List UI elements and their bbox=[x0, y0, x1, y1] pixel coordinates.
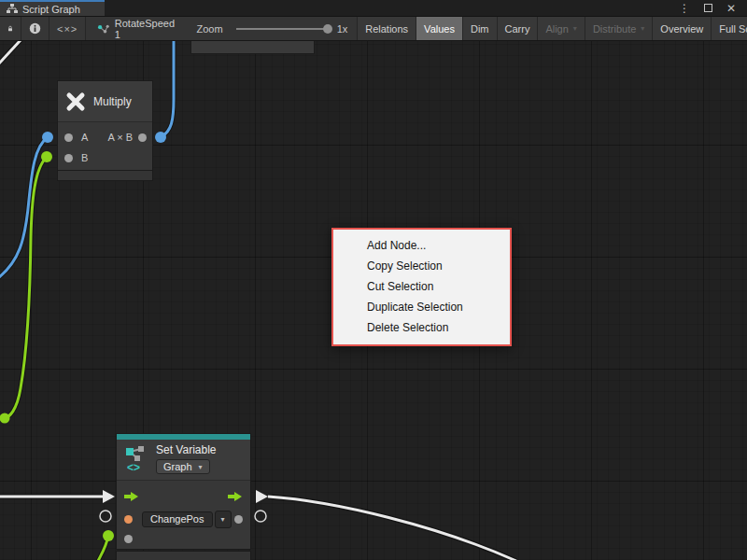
chevron-down-icon: ▾ bbox=[573, 24, 577, 33]
blue-wire-in[interactable] bbox=[0, 137, 48, 278]
multiply-node-header[interactable]: Multiply bbox=[58, 81, 152, 122]
dim-button[interactable]: Dim bbox=[462, 17, 497, 40]
variable-output-port[interactable] bbox=[234, 515, 243, 524]
multiply-x-icon bbox=[65, 91, 86, 112]
close-icon[interactable]: ✕ bbox=[726, 2, 736, 15]
zoom-slider[interactable] bbox=[236, 28, 330, 30]
breadcrumb-label: RotateSpeed 1 bbox=[115, 18, 176, 40]
variable-name-port[interactable] bbox=[124, 515, 133, 524]
kebab-menu-icon[interactable]: ⋮ bbox=[679, 2, 690, 15]
scope-dropdown[interactable]: Graph ▾ bbox=[156, 459, 210, 474]
flow-input-arrow-icon[interactable] bbox=[124, 491, 139, 502]
multiply-row-a: A A × B bbox=[58, 127, 152, 147]
multiply-node[interactable]: Multiply A A × B B bbox=[58, 81, 152, 173]
variable-row: ChangePos ▾ bbox=[117, 509, 250, 529]
info-button[interactable] bbox=[21, 17, 49, 40]
value-row bbox=[117, 529, 250, 549]
flow-arrowhead-in bbox=[103, 490, 115, 503]
distribute-label: Distribute bbox=[593, 23, 636, 35]
unconnected-port-left[interactable] bbox=[100, 511, 111, 522]
multiply-row-b: B bbox=[58, 147, 152, 168]
scope-dropdown-value: Graph bbox=[163, 461, 192, 472]
graph-tree-icon bbox=[7, 4, 18, 14]
carry-button[interactable]: Carry bbox=[497, 17, 538, 40]
menu-item-cut-selection[interactable]: Cut Selection bbox=[333, 276, 510, 297]
blue-endpoint-a[interactable] bbox=[42, 132, 53, 143]
zoom-control: Zoom 1x bbox=[188, 17, 358, 40]
set-variable-header[interactable]: <> Set Variable Graph ▾ bbox=[117, 440, 250, 481]
port-a-label: A bbox=[81, 132, 88, 143]
port-b-input[interactable] bbox=[64, 154, 73, 162]
align-button[interactable]: Align ▾ bbox=[537, 17, 584, 40]
code-brackets-icon: <×> bbox=[57, 23, 78, 35]
graph-toolbar: <×> RotateSpeed 1 Zoom 1x Relations Valu… bbox=[0, 17, 747, 41]
edit-code-button[interactable]: <×> bbox=[49, 17, 86, 40]
overview-label: Overview bbox=[660, 23, 703, 35]
relations-button[interactable]: Relations bbox=[357, 17, 416, 40]
variable-name-value: ChangePos bbox=[150, 513, 204, 525]
graph-breadcrumb-icon bbox=[97, 23, 109, 35]
multiply-node-body: A A × B B bbox=[58, 122, 152, 173]
set-variable-graph-icon: <> bbox=[124, 445, 148, 473]
values-button[interactable]: Values bbox=[416, 17, 462, 40]
variable-name-dropdown[interactable]: ChangePos bbox=[142, 511, 213, 527]
maximize-icon[interactable] bbox=[704, 4, 712, 12]
set-variable-footer bbox=[117, 552, 250, 560]
menu-item-copy-selection[interactable]: Copy Selection bbox=[333, 256, 510, 276]
dim-label: Dim bbox=[471, 23, 489, 35]
relations-label: Relations bbox=[365, 23, 408, 35]
full-screen-label: Full Screen bbox=[719, 23, 747, 35]
green-endpoint-bottom[interactable] bbox=[103, 530, 114, 541]
port-a-input[interactable] bbox=[64, 133, 73, 142]
zoom-slider-handle[interactable] bbox=[323, 24, 332, 34]
window-controls: ⋮ ✕ bbox=[679, 0, 747, 16]
align-label: Align bbox=[545, 23, 568, 35]
lock-button[interactable] bbox=[0, 17, 21, 40]
flow-output-arrow-icon[interactable] bbox=[228, 491, 243, 502]
context-menu: Add Node... Copy Selection Cut Selection… bbox=[331, 228, 512, 346]
flow-arrowhead-out bbox=[256, 490, 268, 503]
chevron-down-icon: ▾ bbox=[199, 463, 203, 471]
menu-item-delete-selection[interactable]: Delete Selection bbox=[333, 317, 510, 338]
breadcrumb[interactable]: RotateSpeed 1 bbox=[86, 17, 187, 40]
port-result-label: A × B bbox=[107, 132, 133, 143]
flow-wire-out[interactable] bbox=[268, 497, 516, 560]
full-screen-button[interactable]: Full Screen bbox=[711, 17, 747, 40]
distribute-button[interactable]: Distribute ▾ bbox=[585, 17, 652, 40]
unconnected-port-right[interactable] bbox=[255, 511, 266, 522]
menu-item-add-node[interactable]: Add Node... bbox=[333, 235, 510, 256]
angle-brackets-icon: <> bbox=[127, 461, 140, 473]
overview-button[interactable]: Overview bbox=[652, 17, 711, 40]
zoom-value: 1x bbox=[337, 23, 348, 35]
white-wire-top-left[interactable] bbox=[0, 41, 21, 63]
variable-dropdown-button[interactable]: ▾ bbox=[215, 511, 232, 528]
graph-canvas[interactable]: Multiply A A × B B <> bbox=[0, 41, 747, 560]
set-variable-body: ChangePos ▾ bbox=[117, 481, 250, 549]
tab-script-graph[interactable]: Script Graph bbox=[0, 0, 105, 16]
values-label: Values bbox=[424, 23, 455, 35]
menu-item-duplicate-selection[interactable]: Duplicate Selection bbox=[333, 297, 510, 317]
partial-node-top[interactable] bbox=[191, 41, 314, 53]
green-wire-b[interactable] bbox=[5, 157, 47, 418]
port-b-label: B bbox=[81, 152, 88, 163]
carry-label: Carry bbox=[505, 23, 530, 35]
value-input-port[interactable] bbox=[124, 535, 133, 543]
info-icon bbox=[29, 22, 41, 35]
multiply-node-footer bbox=[58, 171, 152, 180]
chevron-down-icon: ▾ bbox=[220, 515, 224, 524]
green-endpoint-b[interactable] bbox=[41, 151, 52, 162]
multiply-node-title: Multiply bbox=[93, 95, 132, 108]
blue-endpoint-out[interactable] bbox=[155, 132, 166, 143]
tab-bar: Script Graph ⋮ ✕ bbox=[0, 0, 747, 17]
zoom-label: Zoom bbox=[197, 23, 223, 35]
green-endpoint-left[interactable] bbox=[0, 413, 10, 424]
tab-title: Script Graph bbox=[22, 4, 80, 15]
port-result-output[interactable] bbox=[138, 133, 147, 142]
set-variable-node[interactable]: <> Set Variable Graph ▾ bbox=[117, 434, 250, 549]
lock-icon bbox=[7, 22, 13, 35]
set-variable-title: Set Variable bbox=[156, 443, 216, 456]
flow-row bbox=[117, 483, 250, 509]
chevron-down-icon: ▾ bbox=[641, 24, 644, 33]
